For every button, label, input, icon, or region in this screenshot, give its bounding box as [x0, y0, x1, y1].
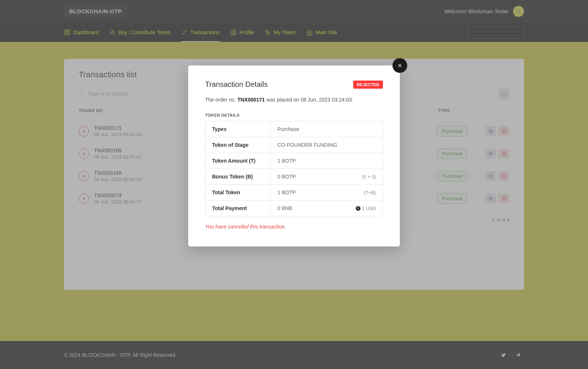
row-amount: Token Amount (T) 1 BOTP — [205, 153, 383, 169]
cancel-message: You have canceled this transaction. — [205, 224, 383, 230]
modal-overlay[interactable]: Transaction Details REJECTED The order n… — [0, 0, 588, 369]
modal-header: Transaction Details REJECTED — [205, 80, 383, 89]
details-table: Types Purchase Token of Stage CO-FOUNDER… — [205, 121, 383, 216]
modal-title: Transaction Details — [205, 80, 268, 89]
status-badge: REJECTED — [353, 81, 383, 89]
transaction-modal: Transaction Details REJECTED The order n… — [188, 65, 400, 246]
order-line: The order no. TNX000171 was placed on 08… — [205, 97, 383, 103]
row-bonus: Bonus Token (B) 0 BOTP(0 + 0) — [205, 169, 383, 185]
row-payment: Total Payment 0 BNBi1 USD — [205, 201, 383, 216]
row-stage: Token of Stage CO-FOUNDER FUNDING — [205, 137, 383, 153]
section-label: TOKEN DETAILS — [205, 113, 383, 117]
row-types: Types Purchase — [205, 121, 383, 137]
order-number: TNX000171 — [237, 97, 265, 103]
info-icon: i — [356, 206, 361, 211]
row-total: Total Token 1 BOTP(T+B) — [205, 185, 383, 201]
close-button[interactable] — [392, 58, 407, 73]
close-icon — [397, 63, 403, 68]
